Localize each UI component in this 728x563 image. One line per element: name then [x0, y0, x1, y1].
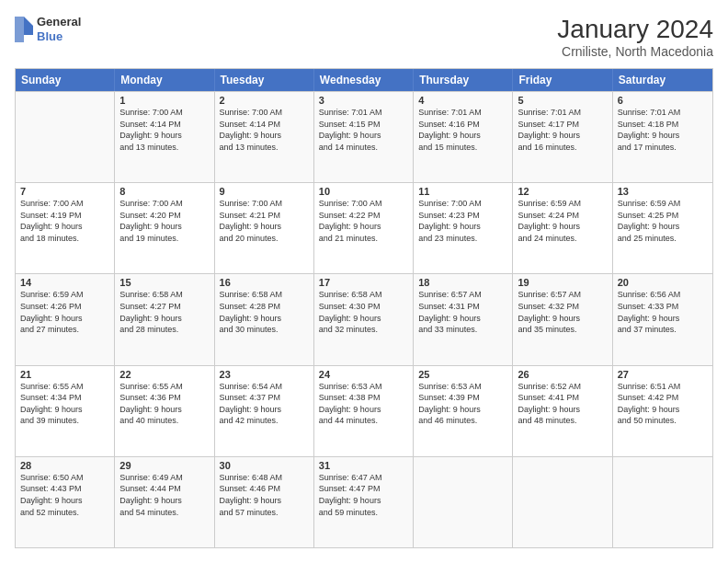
day-number: 22	[119, 369, 209, 380]
calendar-header-cell: Friday	[513, 69, 612, 91]
day-number: 1	[119, 95, 209, 106]
calendar-week-row: 7Sunrise: 7:00 AM Sunset: 4:19 PM Daylig…	[16, 182, 712, 273]
calendar-cell: 13Sunrise: 6:59 AM Sunset: 4:25 PM Dayli…	[613, 183, 712, 273]
day-info: Sunrise: 7:00 AM Sunset: 4:21 PM Dayligh…	[220, 198, 309, 244]
calendar-cell: 12Sunrise: 6:59 AM Sunset: 4:24 PM Dayli…	[513, 183, 612, 273]
calendar-cell: 7Sunrise: 7:00 AM Sunset: 4:19 PM Daylig…	[16, 183, 115, 273]
day-info: Sunrise: 6:59 AM Sunset: 4:26 PM Dayligh…	[20, 289, 109, 335]
day-number: 29	[119, 460, 209, 471]
day-info: Sunrise: 6:53 AM Sunset: 4:38 PM Dayligh…	[319, 381, 408, 427]
day-number: 20	[618, 277, 708, 288]
day-number: 5	[518, 95, 607, 106]
calendar-cell: 3Sunrise: 7:01 AM Sunset: 4:15 PM Daylig…	[314, 92, 414, 182]
day-number: 23	[220, 369, 309, 380]
calendar-week-row: 28Sunrise: 6:50 AM Sunset: 4:43 PM Dayli…	[16, 456, 712, 547]
calendar-header-cell: Monday	[115, 69, 214, 91]
svg-rect-2	[15, 17, 24, 42]
logo: General Blue	[15, 15, 81, 43]
day-number: 7	[20, 186, 109, 197]
day-info: Sunrise: 7:00 AM Sunset: 4:20 PM Dayligh…	[119, 198, 209, 244]
calendar-week-row: 14Sunrise: 6:59 AM Sunset: 4:26 PM Dayli…	[16, 273, 712, 364]
day-number: 14	[20, 277, 109, 288]
day-number: 12	[518, 186, 607, 197]
calendar-week-row: 21Sunrise: 6:55 AM Sunset: 4:34 PM Dayli…	[16, 365, 712, 456]
day-info: Sunrise: 6:51 AM Sunset: 4:42 PM Dayligh…	[618, 381, 708, 427]
day-number: 9	[220, 186, 309, 197]
day-number: 6	[618, 95, 708, 106]
calendar-cell: 28Sunrise: 6:50 AM Sunset: 4:43 PM Dayli…	[16, 457, 115, 547]
day-number: 4	[418, 95, 507, 106]
calendar-header-cell: Thursday	[414, 69, 513, 91]
day-number: 15	[119, 277, 209, 288]
day-info: Sunrise: 6:59 AM Sunset: 4:25 PM Dayligh…	[618, 198, 708, 244]
day-number: 21	[20, 369, 109, 380]
day-info: Sunrise: 6:50 AM Sunset: 4:43 PM Dayligh…	[20, 472, 109, 518]
day-number: 26	[518, 369, 607, 380]
day-number: 31	[319, 460, 408, 471]
day-number: 28	[20, 460, 109, 471]
day-info: Sunrise: 7:01 AM Sunset: 4:17 PM Dayligh…	[518, 107, 607, 153]
calendar-cell: 5Sunrise: 7:01 AM Sunset: 4:17 PM Daylig…	[513, 92, 612, 182]
day-info: Sunrise: 7:00 AM Sunset: 4:19 PM Dayligh…	[20, 198, 109, 244]
day-number: 24	[319, 369, 408, 380]
svg-marker-0	[24, 17, 33, 26]
day-info: Sunrise: 6:57 AM Sunset: 4:31 PM Dayligh…	[418, 289, 507, 335]
svg-marker-1	[24, 26, 33, 35]
day-info: Sunrise: 6:47 AM Sunset: 4:47 PM Dayligh…	[319, 472, 408, 518]
day-number: 8	[119, 186, 209, 197]
calendar-cell	[613, 457, 712, 547]
day-info: Sunrise: 7:00 AM Sunset: 4:14 PM Dayligh…	[119, 107, 209, 153]
page: General Blue January 2024 Crniliste, Nor…	[0, 0, 728, 563]
logo-general: General	[37, 15, 81, 29]
day-info: Sunrise: 6:52 AM Sunset: 4:41 PM Dayligh…	[518, 381, 607, 427]
calendar-cell: 11Sunrise: 7:00 AM Sunset: 4:23 PM Dayli…	[414, 183, 513, 273]
day-info: Sunrise: 6:54 AM Sunset: 4:37 PM Dayligh…	[220, 381, 309, 427]
day-info: Sunrise: 7:01 AM Sunset: 4:16 PM Dayligh…	[418, 107, 507, 153]
calendar-cell: 6Sunrise: 7:01 AM Sunset: 4:18 PM Daylig…	[613, 92, 712, 182]
calendar-header-cell: Tuesday	[215, 69, 314, 91]
day-info: Sunrise: 7:00 AM Sunset: 4:22 PM Dayligh…	[319, 198, 408, 244]
day-number: 17	[319, 277, 408, 288]
day-info: Sunrise: 6:58 AM Sunset: 4:27 PM Dayligh…	[119, 289, 209, 335]
day-number: 18	[418, 277, 507, 288]
calendar-header: SundayMondayTuesdayWednesdayThursdayFrid…	[16, 69, 712, 91]
day-number: 25	[418, 369, 507, 380]
day-info: Sunrise: 7:01 AM Sunset: 4:15 PM Dayligh…	[319, 107, 408, 153]
calendar-cell: 24Sunrise: 6:53 AM Sunset: 4:38 PM Dayli…	[314, 366, 414, 456]
day-info: Sunrise: 6:58 AM Sunset: 4:30 PM Dayligh…	[319, 289, 408, 335]
day-number: 10	[319, 186, 408, 197]
calendar-cell	[414, 457, 513, 547]
day-info: Sunrise: 7:00 AM Sunset: 4:23 PM Dayligh…	[418, 198, 507, 244]
day-info: Sunrise: 6:56 AM Sunset: 4:33 PM Dayligh…	[618, 289, 708, 335]
calendar-body: 1Sunrise: 7:00 AM Sunset: 4:14 PM Daylig…	[16, 91, 712, 547]
calendar-cell: 14Sunrise: 6:59 AM Sunset: 4:26 PM Dayli…	[16, 274, 115, 364]
header: General Blue January 2024 Crniliste, Nor…	[15, 15, 713, 59]
day-info: Sunrise: 6:53 AM Sunset: 4:39 PM Dayligh…	[418, 381, 507, 427]
day-number: 16	[220, 277, 309, 288]
calendar-cell: 2Sunrise: 7:00 AM Sunset: 4:14 PM Daylig…	[215, 92, 314, 182]
day-info: Sunrise: 7:00 AM Sunset: 4:14 PM Dayligh…	[220, 107, 309, 153]
logo-icon	[15, 17, 33, 42]
day-info: Sunrise: 7:01 AM Sunset: 4:18 PM Dayligh…	[618, 107, 708, 153]
logo-blue: Blue	[37, 29, 81, 44]
day-info: Sunrise: 6:55 AM Sunset: 4:36 PM Dayligh…	[119, 381, 209, 427]
calendar-cell: 10Sunrise: 7:00 AM Sunset: 4:22 PM Dayli…	[314, 183, 414, 273]
calendar-header-cell: Sunday	[16, 69, 115, 91]
calendar-cell: 19Sunrise: 6:57 AM Sunset: 4:32 PM Dayli…	[513, 274, 612, 364]
day-info: Sunrise: 6:57 AM Sunset: 4:32 PM Dayligh…	[518, 289, 607, 335]
calendar-cell: 20Sunrise: 6:56 AM Sunset: 4:33 PM Dayli…	[613, 274, 712, 364]
calendar-cell: 29Sunrise: 6:49 AM Sunset: 4:44 PM Dayli…	[115, 457, 214, 547]
day-info: Sunrise: 6:59 AM Sunset: 4:24 PM Dayligh…	[518, 198, 607, 244]
day-info: Sunrise: 6:55 AM Sunset: 4:34 PM Dayligh…	[20, 381, 109, 427]
calendar-cell: 30Sunrise: 6:48 AM Sunset: 4:46 PM Dayli…	[215, 457, 314, 547]
calendar-header-cell: Saturday	[613, 69, 712, 91]
calendar: SundayMondayTuesdayWednesdayThursdayFrid…	[15, 68, 713, 548]
day-number: 13	[618, 186, 708, 197]
calendar-cell: 18Sunrise: 6:57 AM Sunset: 4:31 PM Dayli…	[414, 274, 513, 364]
logo-text: General Blue	[37, 15, 81, 43]
day-number: 2	[220, 95, 309, 106]
day-number: 27	[618, 369, 708, 380]
calendar-cell: 23Sunrise: 6:54 AM Sunset: 4:37 PM Dayli…	[215, 366, 314, 456]
calendar-header-cell: Wednesday	[314, 69, 414, 91]
calendar-week-row: 1Sunrise: 7:00 AM Sunset: 4:14 PM Daylig…	[16, 91, 712, 182]
